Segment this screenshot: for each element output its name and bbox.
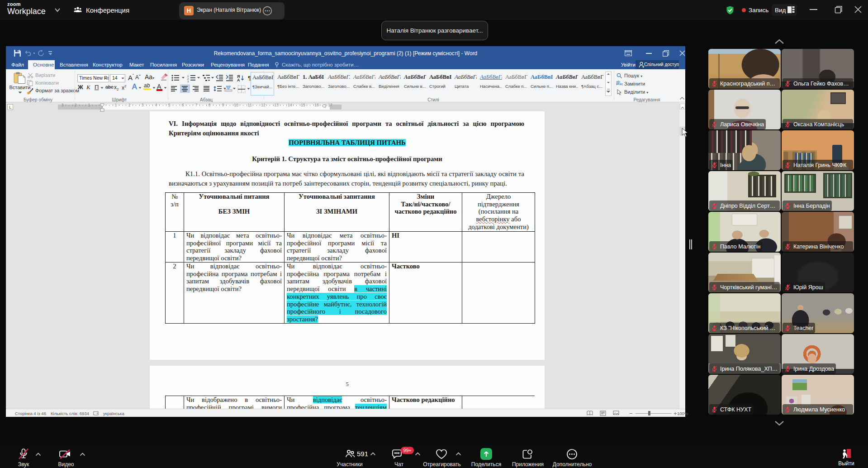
svg-text:А: А bbox=[237, 78, 240, 82]
svg-text:3: 3 bbox=[187, 80, 189, 83]
